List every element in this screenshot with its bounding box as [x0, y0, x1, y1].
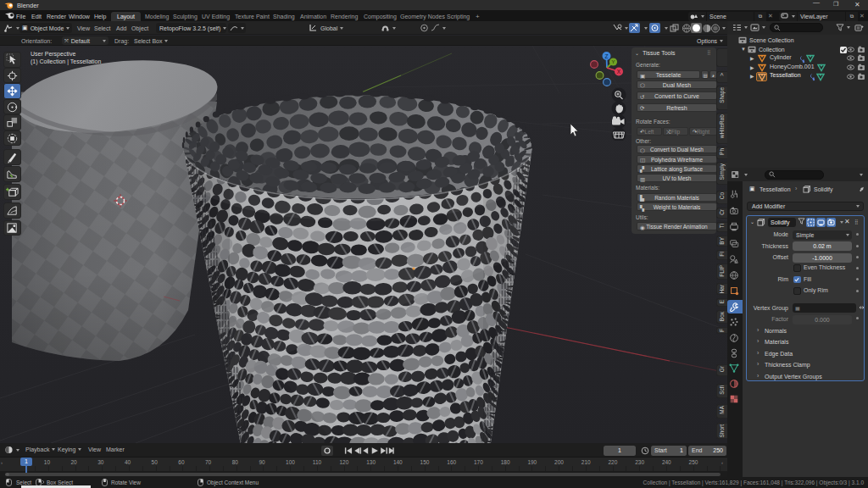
svg-text:Z: Z	[605, 53, 609, 59]
svg-text:Y: Y	[611, 59, 615, 64]
svg-text:X: X	[617, 69, 621, 75]
